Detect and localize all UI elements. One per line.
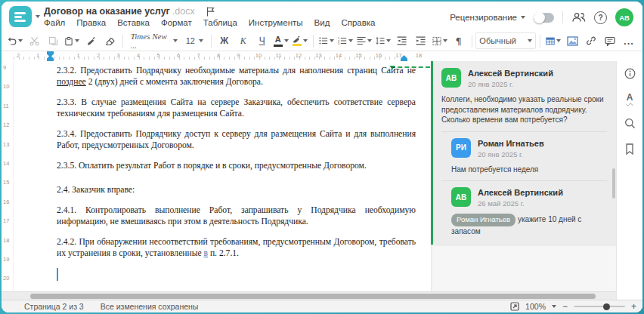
menu-item-3[interactable]: Формат [161, 18, 192, 27]
fit-width-icon[interactable] [510, 302, 519, 311]
font-size-select[interactable]: 12 [182, 32, 207, 49]
insert-image-button[interactable] [563, 33, 581, 49]
comment-reply[interactable]: РИРоман Игнатьев20 янв 2025 г.Нам потреб… [451, 138, 607, 175]
paragraph[interactable]: 2.3.2. Предоставить Подрядчику необходим… [57, 65, 416, 88]
align-button[interactable] [355, 33, 373, 49]
ruler-number: 2 [97, 52, 100, 59]
paragraph[interactable]: 2.3.5. Оплатить результат Работ в порядк… [57, 160, 416, 171]
people-icon[interactable] [571, 12, 586, 23]
document-text[interactable]: 2.3.2. Предоставить Подрядчику необходим… [57, 65, 416, 281]
review-mode-dropdown[interactable]: Рецензирование [450, 13, 525, 22]
horizontal-ruler[interactable]: 21123456789101112131415161718 [2, 51, 613, 61]
menu-item-7[interactable]: Справка [341, 18, 375, 27]
comment-author: Роман Игнатьев [478, 138, 544, 148]
font-name-select[interactable]: Times New ... [127, 32, 181, 49]
zoom-in-button[interactable]: + [631, 302, 636, 311]
bold-button[interactable]: Ж [215, 33, 234, 49]
menu-item-5[interactable]: Инструменты [249, 18, 303, 27]
zoom-out-button[interactable]: − [562, 302, 568, 311]
comment-card[interactable]: АВАлексей Вертинский20 янв 2025 г.Коллег… [431, 61, 616, 245]
cut-button[interactable] [25, 33, 43, 49]
user-avatar[interactable]: АВ [615, 8, 633, 26]
numbered-list-button[interactable]: 123 [336, 33, 355, 49]
comment-text: Роман Игнатьев укажите 10 дней с запасом [451, 214, 607, 236]
paragraph-style-select[interactable]: Обычный [475, 32, 536, 49]
paste-button[interactable] [63, 33, 81, 49]
show-paragraph-marks-button[interactable]: ¶ [450, 33, 468, 49]
flag-icon[interactable] [206, 7, 215, 17]
bookmark-icon[interactable] [622, 141, 637, 156]
decrease-indent-button[interactable] [393, 33, 411, 49]
comment-date: 20 янв 2025 г. [468, 80, 553, 88]
chevron-down-icon [284, 39, 289, 42]
ruler-number: 13 [3, 141, 9, 148]
zoom-slider-thumb[interactable] [603, 303, 610, 310]
menu-item-0[interactable]: Файл [44, 18, 65, 27]
paragraph[interactable]: 2.3.3. В случае размещения Сайта на серв… [57, 97, 416, 119]
help-icon[interactable]: ? [594, 11, 607, 24]
menu-item-2[interactable]: Вставка [117, 18, 150, 27]
line-spacing-button[interactable] [374, 33, 392, 49]
more-tools-button[interactable]: ... [620, 33, 638, 49]
comment[interactable]: АВАлексей Вертинский20 янв 2025 г.Коллег… [441, 68, 607, 125]
divider [562, 11, 563, 23]
increase-indent-button[interactable] [412, 33, 430, 49]
ruler-number: 8 [217, 52, 220, 59]
logo-menu-caret-icon[interactable] [36, 15, 40, 18]
ruler-number: 14 [3, 160, 9, 167]
paragraph[interactable]: 2.4.2. При обнаружении несоответствий тр… [57, 236, 416, 259]
chevron-down-icon [443, 39, 447, 42]
ruler-number: 17 [395, 52, 401, 59]
chevron-down-icon [173, 39, 178, 42]
insert-table-button[interactable] [544, 33, 562, 49]
text-run: 2.3.4. Предоставить Подрядчику доступ к … [57, 129, 416, 150]
text-cursor [57, 268, 58, 281]
italic-button[interactable]: К [234, 33, 252, 49]
font-color-button[interactable]: А [272, 33, 290, 49]
mention-pill[interactable]: Роман Игнатьев [451, 214, 516, 226]
app-logo-icon[interactable] [9, 6, 32, 27]
info-icon[interactable] [622, 66, 637, 81]
chevron-down-icon [556, 39, 561, 42]
commented-text: позднее [57, 77, 86, 87]
paragraph[interactable]: 2.4. Заказчик вправе: [57, 184, 416, 195]
highlight-color-button[interactable] [291, 33, 309, 49]
format-painter-button[interactable] [82, 33, 100, 49]
copy-button[interactable] [44, 33, 62, 49]
comment-divider [441, 131, 607, 132]
ruler-number: 20 [3, 275, 9, 282]
search-icon[interactable] [622, 115, 637, 131]
clear-style-button[interactable] [101, 33, 119, 49]
vertical-ruler[interactable]: 91011121314151617181920 [2, 61, 14, 292]
ruler-number: 9 [237, 52, 240, 59]
app-window: Договор на оказание услуг .docx ФайлПрав… [2, 2, 642, 312]
underline-button[interactable]: Ч [253, 33, 271, 49]
comment-reply[interactable]: АВАлексей Вертинский26 май 2025 г.Роман … [451, 187, 607, 236]
paragraph-shading-button[interactable] [431, 33, 449, 49]
page-indicator[interactable]: Страница 2 из 3 [24, 302, 84, 311]
ruler-number: 6 [177, 52, 180, 59]
bullet-list-button[interactable] [317, 33, 336, 49]
paragraph[interactable]: 2.3.4. Предоставить Подрядчику доступ к … [57, 128, 416, 151]
horizontal-scrollbar-thumb[interactable] [30, 294, 596, 299]
insert-link-button[interactable] [582, 33, 600, 49]
menu-item-1[interactable]: Правка [76, 18, 106, 27]
paragraph[interactable]: 2.4.1. Контролировать выполнение Работ, … [57, 205, 416, 227]
chevron-down-icon [528, 39, 532, 42]
document-page[interactable]: 2.3.2. Предоставить Подрядчику необходим… [14, 61, 430, 292]
insert-comment-button[interactable] [601, 33, 619, 49]
ruler-number: 19 [3, 256, 9, 263]
ruler-number: 2 [17, 52, 20, 59]
zoom-slider[interactable] [574, 306, 625, 307]
spellcheck-icon[interactable]: А [622, 90, 637, 105]
chevron-down-icon[interactable] [552, 305, 556, 308]
menu-item-4[interactable]: Таблица [203, 18, 237, 27]
text-run: 2 (двух) дней с момента заключения Догов… [86, 77, 263, 87]
ruler-number: 14 [336, 52, 342, 59]
ruler-number: 16 [376, 52, 382, 59]
zoom-value[interactable]: 100% [525, 302, 546, 311]
comments-scrollbar[interactable] [612, 168, 615, 199]
undo-button[interactable] [6, 33, 24, 49]
review-toggle[interactable] [534, 13, 554, 23]
menu-item-6[interactable]: Вид [314, 18, 330, 27]
